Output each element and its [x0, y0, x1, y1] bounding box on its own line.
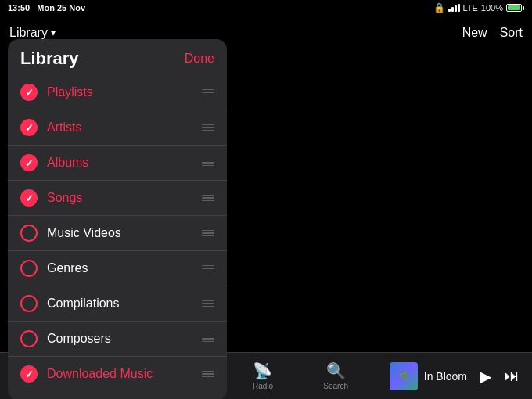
- tab-search[interactable]: 🔍Search: [312, 361, 359, 390]
- drag-handle-composers[interactable]: [202, 336, 214, 343]
- library-item-artists[interactable]: Artists: [8, 110, 227, 146]
- library-dropdown-trigger[interactable]: Library ▾: [9, 26, 56, 40]
- item-label-composers: Composers: [47, 332, 192, 346]
- skip-forward-button[interactable]: ⏭: [501, 364, 523, 388]
- tab-label-radio: Radio: [253, 382, 273, 390]
- drag-handle-music-videos[interactable]: [202, 230, 214, 237]
- library-item-genres[interactable]: Genres: [8, 251, 227, 286]
- check-circle-genres: [20, 260, 38, 277]
- nav-actions: New Sort: [462, 26, 523, 40]
- library-item-songs[interactable]: Songs: [8, 181, 227, 216]
- tab-radio[interactable]: 📡Radio: [239, 361, 286, 390]
- item-label-albums: Albums: [47, 156, 192, 170]
- library-item-music-videos[interactable]: Music Videos: [8, 216, 227, 251]
- tab-icon-radio: 📡: [253, 361, 272, 380]
- item-label-compilations: Compilations: [47, 297, 192, 311]
- library-item-compilations[interactable]: Compilations: [8, 286, 227, 322]
- check-circle-songs: [20, 189, 38, 207]
- drag-handle-albums[interactable]: [202, 160, 214, 167]
- now-playing-title: In Bloom: [424, 370, 467, 383]
- library-item-albums[interactable]: Albums: [8, 146, 227, 181]
- library-item-list: PlaylistsArtistsAlbumsSongsMusic VideosG…: [8, 75, 227, 391]
- signal-icon: [448, 4, 460, 12]
- library-item-downloaded-music[interactable]: Downloaded Music: [8, 357, 227, 391]
- library-item-composers[interactable]: Composers: [8, 322, 227, 357]
- done-button[interactable]: Done: [185, 52, 214, 66]
- library-panel: Library Done PlaylistsArtistsAlbumsSongs…: [8, 39, 227, 399]
- now-playing-section[interactable]: 🌿 In Bloom: [380, 362, 476, 390]
- network-type: LTE: [463, 3, 478, 13]
- vpn-icon: 🔒: [433, 2, 445, 13]
- battery-icon: [506, 4, 524, 12]
- play-button[interactable]: ▶: [476, 364, 494, 389]
- check-circle-downloaded-music: [20, 365, 38, 383]
- tab-icon-search: 🔍: [326, 361, 346, 380]
- drag-handle-playlists[interactable]: [202, 89, 214, 96]
- item-label-playlists: Playlists: [47, 85, 192, 99]
- status-indicators: 🔒 LTE 100%: [433, 2, 525, 13]
- panel-title: Library: [20, 49, 79, 69]
- drag-handle-artists[interactable]: [202, 124, 214, 131]
- check-circle-music-videos: [20, 225, 38, 242]
- new-button[interactable]: New: [462, 26, 487, 40]
- drag-handle-genres[interactable]: [202, 265, 214, 272]
- drag-handle-compilations[interactable]: [202, 300, 214, 307]
- item-label-artists: Artists: [47, 120, 192, 135]
- drag-handle-downloaded-music[interactable]: [202, 371, 214, 378]
- tab-label-search: Search: [323, 382, 348, 390]
- library-label: Library: [9, 26, 48, 40]
- status-bar: 13:50 Mon 25 Nov 🔒 LTE 100%: [0, 0, 532, 16]
- player-controls: ▶ ⏭: [476, 364, 532, 389]
- check-circle-albums: [20, 154, 38, 171]
- library-item-playlists[interactable]: Playlists: [8, 75, 227, 110]
- item-label-downloaded-music: Downloaded Music: [47, 367, 192, 381]
- sort-button[interactable]: Sort: [500, 26, 523, 40]
- status-time: 13:50 Mon 25 Nov: [8, 3, 85, 13]
- check-circle-artists: [20, 119, 38, 136]
- drag-handle-songs[interactable]: [202, 195, 214, 202]
- panel-header: Library Done: [8, 49, 227, 75]
- item-label-genres: Genres: [47, 261, 192, 275]
- album-thumbnail: 🌿: [390, 362, 418, 390]
- check-circle-composers: [20, 330, 38, 347]
- item-label-songs: Songs: [47, 191, 192, 205]
- chevron-down-icon: ▾: [51, 27, 56, 38]
- check-circle-playlists: [20, 84, 38, 101]
- check-circle-compilations: [20, 295, 38, 312]
- item-label-music-videos: Music Videos: [47, 226, 192, 240]
- battery-percent: 100%: [481, 3, 503, 13]
